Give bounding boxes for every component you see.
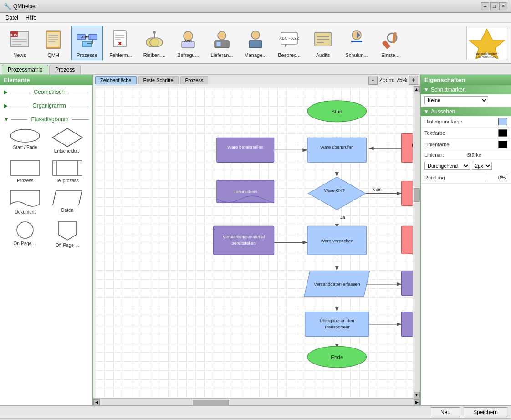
- toolbar-besprec[interactable]: ABC - XYZ Besprec...: [273, 26, 305, 60]
- svg-point-59: [17, 222, 33, 238]
- textfarbe-swatch[interactable]: [498, 129, 507, 137]
- svg-point-25: [150, 38, 163, 47]
- toolbar-lieferan[interactable]: Lieferan...: [206, 26, 238, 60]
- section-geometrisch: ▶ Geometrisch: [0, 85, 92, 99]
- prozesse-icon: ABC: [75, 28, 99, 51]
- hscroll-thumb[interactable]: [193, 400, 229, 405]
- svg-point-52: [10, 129, 40, 142]
- section-organigramm: ▶ Organigramm: [0, 99, 92, 113]
- manage-label: Manage...: [245, 52, 267, 58]
- element-daten[interactable]: Daten: [48, 187, 87, 216]
- section-org-label: Organigramm: [31, 102, 67, 109]
- section-geometrisch-header[interactable]: ▶ Geometrisch: [4, 89, 89, 95]
- menu-datei[interactable]: Datei: [2, 14, 22, 22]
- canvas-content[interactable]: Start Ware bereitstellen Ware überprüfen…: [93, 86, 413, 398]
- hintergrundfarbe-label: Hintergrundfarbe: [424, 119, 496, 124]
- zoom-plus-button[interactable]: +: [409, 76, 418, 85]
- tab-prozess[interactable]: Prozess: [49, 65, 81, 74]
- svg-text:Fehlerbehebung und: Fehlerbehebung und: [412, 143, 413, 148]
- section-geo-label: Geometrisch: [32, 89, 66, 95]
- close-button[interactable]: ✕: [499, 2, 507, 10]
- toolbar-prozesse[interactable]: ABC Prozesse: [71, 26, 103, 60]
- section-org-line-right: [70, 106, 89, 106]
- svg-text:Ware verpacken: Ware verpacken: [321, 238, 353, 243]
- tab-prozessmatrix[interactable]: Prozessmatrix: [2, 65, 48, 74]
- audits-label: Audits: [316, 52, 330, 58]
- canvas-tab-erste-schritte[interactable]: Erste Schritte: [138, 76, 179, 84]
- scroll-right-button[interactable]: ▶: [414, 399, 420, 405]
- svg-rect-96: [307, 226, 366, 255]
- svg-rect-78: [217, 138, 274, 162]
- audits-icon: [311, 28, 335, 51]
- schulun-label: Schulun...: [346, 52, 368, 58]
- svg-text:ABC: ABC: [184, 39, 192, 43]
- element-prozess[interactable]: Prozess: [5, 158, 45, 184]
- toolbar-qmh[interactable]: QMH: [37, 26, 69, 60]
- toolbar-audits[interactable]: Audits: [307, 26, 339, 60]
- properties-panel: Eigenschaften ▼ Schnittmarken Keine ▼ Au…: [420, 75, 511, 405]
- svg-rect-54: [10, 161, 40, 175]
- rundung-input[interactable]: [485, 174, 507, 181]
- svg-rect-104: [305, 312, 369, 337]
- element-teilprozess[interactable]: Teilprozess: [48, 158, 87, 184]
- besprec-label: Besprec...: [278, 52, 301, 58]
- svg-marker-87: [308, 177, 366, 210]
- svg-rect-85: [217, 180, 274, 203]
- schnittmarken-select[interactable]: Keine: [424, 96, 488, 104]
- element-entscheidung[interactable]: Entscheidu...: [48, 126, 87, 155]
- toolbar-befragun[interactable]: ABC Befragu...: [172, 26, 204, 60]
- canvas-toolbar: Zeichenfläche Erste Schritte Prozess - Z…: [93, 75, 420, 86]
- toolbar-manage[interactable]: Manage...: [240, 26, 271, 60]
- lieferan-icon: [210, 28, 234, 51]
- company-logo: INGENIEURBÜRO STEFAN BARSCHAT: [466, 26, 507, 60]
- element-start-ende[interactable]: Start / Ende: [5, 126, 45, 155]
- zoom-minus-button[interactable]: -: [368, 76, 378, 85]
- element-on-page[interactable]: On-Page-...: [5, 219, 45, 249]
- neu-button[interactable]: Neu: [431, 407, 460, 417]
- horizontal-scrollbar[interactable]: ◀ ▶: [93, 398, 420, 405]
- element-off-page[interactable]: Off-Page-...: [48, 219, 87, 249]
- canvas-tab-zeichenflache[interactable]: Zeichenfläche: [95, 76, 137, 84]
- textfarbe-label: Textfarbe: [424, 130, 496, 136]
- section-organigramm-header[interactable]: ▶ Organigramm: [4, 102, 89, 109]
- linienfarbe-swatch[interactable]: [498, 141, 507, 148]
- minimize-button[interactable]: –: [481, 2, 489, 10]
- section-geo-line-right: [68, 92, 89, 92]
- qmh-label: QMH: [47, 52, 59, 58]
- element-dokument[interactable]: Dokument: [5, 187, 45, 216]
- menu-hilfe[interactable]: Hilfe: [22, 14, 40, 22]
- toolbar-fehlerm[interactable]: ✖ Fehlerm...: [105, 26, 137, 60]
- fluss-elements-grid: Start / Ende Entscheidu... Prozess Teilp…: [4, 124, 89, 251]
- svg-rect-39: [315, 32, 331, 46]
- section-fluss-header[interactable]: ▼ Flussdiagramm: [4, 116, 89, 123]
- hintergrundfarbe-swatch[interactable]: [498, 118, 507, 125]
- speichern-button[interactable]: Speichern: [464, 407, 507, 417]
- prozesse-label: Prozesse: [77, 52, 97, 58]
- scroll-down-button[interactable]: ▼: [414, 392, 420, 398]
- svg-rect-33: [216, 42, 221, 46]
- properties-panel-title: Eigenschaften: [421, 75, 511, 85]
- einsten-label: Einste...: [381, 52, 399, 58]
- scroll-left-button[interactable]: ◀: [93, 399, 100, 405]
- toolbar-schulun[interactable]: Schulun...: [341, 26, 373, 60]
- scroll-thumb[interactable]: [414, 188, 420, 202]
- aussehen-header: ▼ Aussehen: [421, 107, 511, 116]
- linienart-select[interactable]: Durchgehend: [424, 162, 470, 170]
- toolbar-news[interactable]: NEWS News: [4, 26, 36, 60]
- vertical-scrollbar[interactable]: ▲ ▼: [413, 86, 420, 398]
- svg-text:ABC: ABC: [81, 35, 89, 39]
- svg-text:Lieferschein: Lieferschein: [233, 189, 257, 194]
- scroll-up-button[interactable]: ▲: [414, 86, 420, 92]
- canvas-tab-prozess[interactable]: Prozess: [180, 76, 209, 84]
- news-icon: NEWS: [8, 28, 31, 51]
- toolbar-risiken[interactable]: Risiken ...: [138, 26, 170, 60]
- maximize-button[interactable]: □: [490, 2, 498, 10]
- schnittmarken-section: ▼ Schnittmarken Keine: [421, 85, 511, 107]
- starke-select[interactable]: 2px: [472, 162, 492, 170]
- svg-text:Ware bereitstellen: Ware bereitstellen: [227, 144, 263, 149]
- schnittmarken-title: Schnittmarken: [431, 87, 466, 93]
- svg-rect-93: [214, 226, 274, 255]
- toolbar-einsten[interactable]: Einste...: [374, 26, 406, 60]
- zoom-control: - Zoom: 75% +: [368, 76, 418, 85]
- qmh-icon: [41, 28, 65, 51]
